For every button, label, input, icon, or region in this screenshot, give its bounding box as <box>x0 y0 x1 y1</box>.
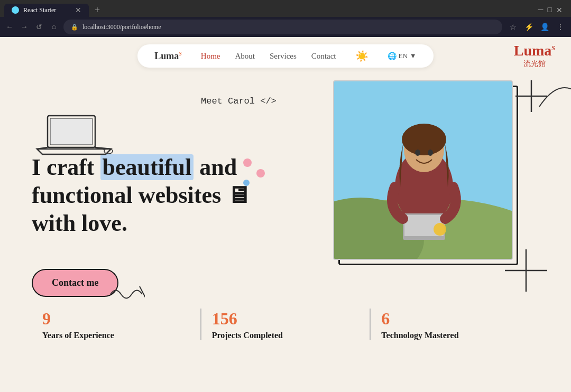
stat-experience: 9 Years of Experience <box>42 309 190 340</box>
address-bar[interactable]: 🔒 localhost:3000/portfolio#home <box>63 20 502 34</box>
tab-close-button[interactable]: ✕ <box>75 6 81 15</box>
main-content: Meet Carol </> I craft beautiful and fun… <box>0 75 571 297</box>
nav-services[interactable]: Services <box>270 52 297 61</box>
watermark-sub: 流光館 <box>514 59 555 69</box>
nav-home[interactable]: Home <box>201 52 220 61</box>
svg-point-15 <box>434 223 446 236</box>
nav-about[interactable]: About <box>235 52 255 61</box>
stat-tech-label: Technology Mastered <box>381 331 529 340</box>
maximize-button[interactable]: □ <box>548 6 552 14</box>
profile-photo <box>333 80 513 260</box>
profile-photo-svg <box>334 81 513 260</box>
active-tab[interactable]: React Starter ✕ <box>4 4 89 17</box>
browser-actions: ☆ ⚡ 👤 ⋮ <box>506 21 567 33</box>
close-window-button[interactable]: ✕ <box>556 6 563 15</box>
svg-rect-1 <box>50 118 93 145</box>
reload-button[interactable]: ↺ <box>34 22 44 32</box>
minimize-button[interactable]: ─ <box>538 6 544 14</box>
contact-button-wrapper: Contact me <box>32 253 118 297</box>
flag-icon: 🌐 <box>388 52 397 61</box>
nav-contact[interactable]: Contact <box>311 52 336 61</box>
theme-toggle-icon[interactable]: ☀️ <box>355 50 369 62</box>
squiggle-decoration <box>108 284 145 305</box>
cross-decoration <box>505 249 547 292</box>
svg-point-12 <box>402 124 446 155</box>
language-selector[interactable]: 🌐 EN ▼ <box>388 52 417 61</box>
pink-dot-1 <box>243 158 252 167</box>
star-button[interactable]: ☆ <box>506 21 519 33</box>
page-content: LumaS Home About Services Contact ☀️ 🌐 E… <box>0 37 571 392</box>
stat-divider-2 <box>370 309 371 340</box>
nav-logo: LumaS <box>154 51 182 62</box>
tab-title: React Starter <box>23 6 56 14</box>
photo-frame <box>333 80 523 270</box>
laptop-svg <box>32 113 116 161</box>
menu-button[interactable]: ⋮ <box>554 21 567 33</box>
browser-tabs: React Starter ✕ + ─ □ ✕ <box>0 0 571 17</box>
stat-projects-label: Projects Completed <box>212 331 360 340</box>
extensions-button[interactable]: ⚡ <box>522 21 535 33</box>
stat-projects: 156 Projects Completed <box>212 309 360 340</box>
stat-tech: 6 Technology Mastered <box>381 309 529 340</box>
blue-dot <box>243 180 250 186</box>
stat-experience-label: Years of Experience <box>42 331 190 340</box>
browser-controls: ← → ↺ ⌂ 🔒 localhost:3000/portfolio#home … <box>0 17 571 37</box>
watermark-name: LumaS <box>514 42 555 59</box>
nav-links: Home About Services Contact <box>201 52 336 61</box>
stat-tech-number: 6 <box>381 309 529 329</box>
meet-carol-text: Meet Carol </> <box>201 96 277 106</box>
back-button[interactable]: ← <box>4 22 15 32</box>
profile-button[interactable]: 👤 <box>538 21 551 33</box>
navbar: LumaS Home About Services Contact ☀️ 🌐 E… <box>0 37 571 75</box>
right-content <box>333 75 555 270</box>
svg-point-17 <box>428 150 433 156</box>
browser-chrome: React Starter ✕ + ─ □ ✕ ← → ↺ ⌂ 🔒 localh… <box>0 0 571 37</box>
home-button[interactable]: ⌂ <box>49 22 59 32</box>
stats-section: 9 Years of Experience 156 Projects Compl… <box>0 300 571 349</box>
lang-label: EN <box>399 52 408 60</box>
cross-decoration-top <box>515 80 547 112</box>
laptop-illustration <box>32 113 116 163</box>
url-text: localhost:3000/portfolio#home <box>82 23 161 31</box>
pink-dot-2 <box>256 169 265 178</box>
luma-watermark: LumaS 流光館 <box>514 42 555 69</box>
stat-projects-number: 156 <box>212 309 360 329</box>
tab-favicon <box>12 6 19 14</box>
new-tab-button[interactable]: + <box>91 4 104 16</box>
stat-divider-1 <box>200 309 201 340</box>
forward-button[interactable]: → <box>19 22 30 32</box>
nav-container: LumaS Home About Services Contact ☀️ 🌐 E… <box>137 44 433 68</box>
lang-dropdown-icon: ▼ <box>410 52 417 60</box>
stat-experience-number: 9 <box>42 309 190 329</box>
lock-icon: 🔒 <box>71 24 78 31</box>
svg-point-16 <box>415 150 420 156</box>
contact-me-button[interactable]: Contact me <box>32 269 118 297</box>
